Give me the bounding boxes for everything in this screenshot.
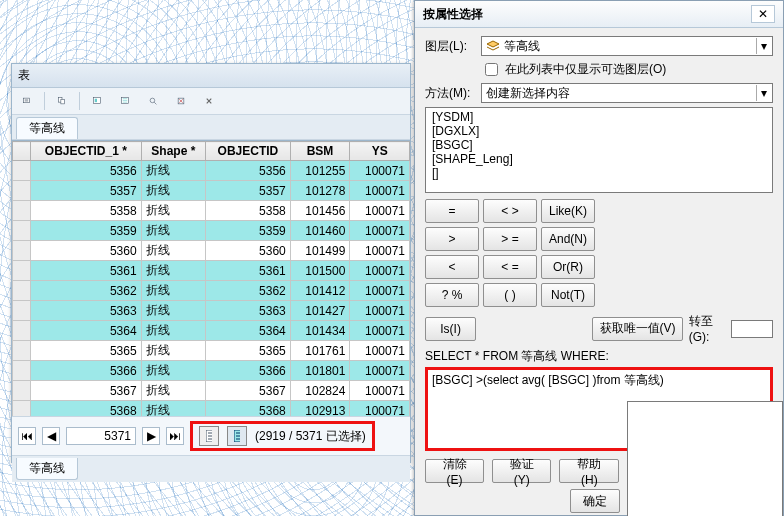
cell[interactable]: 100071 <box>350 301 410 321</box>
cell[interactable]: 101427 <box>290 301 350 321</box>
cell[interactable]: 5363 <box>206 301 291 321</box>
value-list[interactable] <box>627 401 783 516</box>
op-lt-button[interactable]: < <box>425 255 479 279</box>
zoom-to-selection-button[interactable] <box>142 91 164 111</box>
cell[interactable]: 101460 <box>290 221 350 241</box>
op-or-button[interactable]: Or(R) <box>541 255 595 279</box>
row-selector[interactable] <box>13 261 31 281</box>
cell[interactable]: 5366 <box>206 361 291 381</box>
switch-selection-button[interactable] <box>86 91 108 111</box>
row-selector[interactable] <box>13 321 31 341</box>
op-like-button[interactable]: Like(K) <box>541 199 595 223</box>
cell[interactable]: 折线 <box>141 321 205 341</box>
row-selector[interactable] <box>13 301 31 321</box>
op-le-button[interactable]: < = <box>483 255 537 279</box>
table-row[interactable]: 5367折线5367102824100071 <box>13 381 410 401</box>
ok-button[interactable]: 确定 <box>570 489 620 513</box>
cell[interactable]: 5365 <box>31 341 142 361</box>
column-header[interactable]: BSM <box>290 142 350 161</box>
nav-first-button[interactable]: ⏮ <box>18 427 36 445</box>
cell[interactable]: 101412 <box>290 281 350 301</box>
cell[interactable]: 折线 <box>141 241 205 261</box>
options-button[interactable] <box>16 91 38 111</box>
cell[interactable]: 5362 <box>206 281 291 301</box>
table-row[interactable]: 5365折线5365101761100071 <box>13 341 410 361</box>
cell[interactable]: 5360 <box>31 241 142 261</box>
cell[interactable]: 100071 <box>350 381 410 401</box>
row-selector[interactable] <box>13 281 31 301</box>
field-item[interactable]: [SHAPE_Leng] <box>430 152 768 166</box>
delete-button[interactable] <box>198 91 220 111</box>
cell[interactable]: 5362 <box>31 281 142 301</box>
op-not-button[interactable]: Not(T) <box>541 283 595 307</box>
row-selector[interactable] <box>13 361 31 381</box>
layer-select[interactable]: 等高线 ▾ <box>481 36 773 56</box>
row-selector[interactable] <box>13 381 31 401</box>
op-and-button[interactable]: And(N) <box>541 227 595 251</box>
cell[interactable]: 折线 <box>141 181 205 201</box>
op-ge-button[interactable]: > = <box>483 227 537 251</box>
op-is-button[interactable]: Is(I) <box>425 317 476 341</box>
row-selector[interactable] <box>13 241 31 261</box>
cell[interactable]: 5368 <box>31 401 142 417</box>
cell[interactable]: 100071 <box>350 201 410 221</box>
layer-tab[interactable]: 等高线 <box>16 117 78 139</box>
table-row[interactable]: 5360折线5360101499100071 <box>13 241 410 261</box>
cell[interactable]: 折线 <box>141 261 205 281</box>
record-position-input[interactable] <box>66 427 136 445</box>
cell[interactable]: 折线 <box>141 361 205 381</box>
cell[interactable]: 5367 <box>206 381 291 401</box>
column-header[interactable]: OBJECTID_1 * <box>31 142 142 161</box>
cell[interactable]: 5361 <box>31 261 142 281</box>
column-header[interactable]: OBJECTID <box>206 142 291 161</box>
clear-selection-button[interactable] <box>170 91 192 111</box>
cell[interactable]: 5365 <box>206 341 291 361</box>
cell[interactable]: 折线 <box>141 161 205 181</box>
cell[interactable]: 5357 <box>206 181 291 201</box>
cell[interactable]: 折线 <box>141 341 205 361</box>
table-row[interactable]: 5359折线5359101460100071 <box>13 221 410 241</box>
table-row[interactable]: 5368折线5368102913100071 <box>13 401 410 417</box>
op-eq-button[interactable]: = <box>425 199 479 223</box>
cell[interactable]: 5361 <box>206 261 291 281</box>
cell[interactable]: 5367 <box>31 381 142 401</box>
cell[interactable]: 5356 <box>206 161 291 181</box>
cell[interactable]: 5358 <box>206 201 291 221</box>
cell[interactable]: 100071 <box>350 361 410 381</box>
cell[interactable]: 101434 <box>290 321 350 341</box>
row-selector[interactable] <box>13 161 31 181</box>
table-row[interactable]: 5364折线5364101434100071 <box>13 321 410 341</box>
cell[interactable]: 101255 <box>290 161 350 181</box>
cell[interactable]: 5363 <box>31 301 142 321</box>
nav-next-button[interactable]: ▶ <box>142 427 160 445</box>
goto-input[interactable] <box>731 320 773 338</box>
nav-prev-button[interactable]: ◀ <box>42 427 60 445</box>
cell[interactable]: 5360 <box>206 241 291 261</box>
cell[interactable]: 100071 <box>350 161 410 181</box>
table-row[interactable]: 5361折线5361101500100071 <box>13 261 410 281</box>
cell[interactable]: 折线 <box>141 201 205 221</box>
column-header[interactable]: YS <box>350 142 410 161</box>
select-by-attributes-button[interactable] <box>114 91 136 111</box>
bottom-layer-tab[interactable]: 等高线 <box>16 458 78 480</box>
cell[interactable]: 5364 <box>31 321 142 341</box>
field-list[interactable]: [YSDM][DGXLX][BSGC][SHAPE_Leng][] <box>425 107 773 193</box>
field-item[interactable]: [DGXLX] <box>430 124 768 138</box>
cell[interactable]: 5356 <box>31 161 142 181</box>
table-row[interactable]: 5356折线5356101255100071 <box>13 161 410 181</box>
cell[interactable]: 100071 <box>350 401 410 417</box>
method-select[interactable]: 创建新选择内容 ▾ <box>481 83 773 103</box>
cell[interactable]: 102913 <box>290 401 350 417</box>
cell[interactable]: 100071 <box>350 281 410 301</box>
row-selector[interactable] <box>13 201 31 221</box>
op-pct-button[interactable]: ? % <box>425 283 479 307</box>
table-row[interactable]: 5358折线5358101456100071 <box>13 201 410 221</box>
cell[interactable]: 折线 <box>141 381 205 401</box>
clear-button[interactable]: 清除(E) <box>425 459 484 483</box>
op-gt-button[interactable]: > <box>425 227 479 251</box>
cell[interactable]: 102824 <box>290 381 350 401</box>
field-item[interactable]: [] <box>430 166 768 180</box>
cell[interactable]: 100071 <box>350 221 410 241</box>
show-all-records-button[interactable] <box>199 426 219 446</box>
cell[interactable]: 101761 <box>290 341 350 361</box>
